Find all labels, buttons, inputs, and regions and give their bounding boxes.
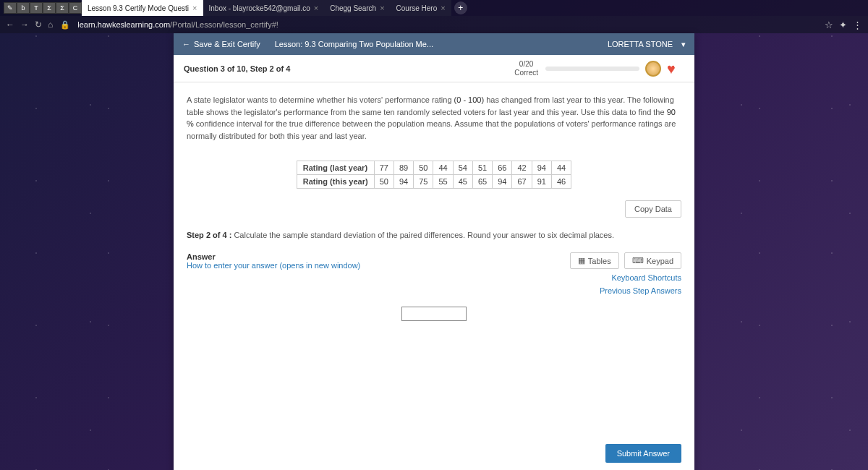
forward-icon[interactable]: → (20, 20, 29, 30)
extension-icon[interactable]: ✦ (839, 20, 847, 30)
table-icon: ▦ (578, 256, 585, 265)
home-icon[interactable]: ⌂ (48, 20, 53, 30)
question-title: Question 3 of 10, Step 2 of 4 (184, 64, 290, 73)
pinned-tab[interactable]: ✎ (4, 2, 17, 14)
browser-tab-bar: ✎ b T Σ Σ C Lesson 9.3 Certify Mode Ques… (0, 0, 868, 16)
lesson-header: ← Save & Exit Certify Lesson: 9.3 Compar… (174, 33, 694, 55)
answer-label: Answer (187, 252, 360, 261)
close-icon[interactable]: × (192, 4, 197, 12)
save-exit-button[interactable]: ← Save & Exit Certify (174, 40, 269, 48)
url-display[interactable]: learn.hawkeslearning.com/Portal/Lesson/l… (77, 20, 278, 29)
keypad-icon: ⌨ (632, 256, 644, 265)
table-row: Rating (last year) 77 89 50 44 54 51 66 … (297, 161, 571, 175)
question-bar: Question 3 of 10, Step 2 of 4 0/20 Corre… (174, 55, 694, 82)
submit-button[interactable]: Submit Answer (605, 444, 681, 463)
user-menu[interactable]: LORETTA STONE (599, 40, 694, 48)
close-icon[interactable]: × (314, 4, 318, 12)
tab-label: Course Hero (396, 4, 438, 12)
address-bar: ← → ↻ ⌂ 🔒 learn.hawkeslearning.com/Porta… (0, 16, 868, 33)
back-arrow-icon: ← (182, 40, 190, 48)
data-table: Rating (last year) 77 89 50 44 54 51 66 … (297, 161, 571, 189)
menu-icon[interactable]: ⋮ (853, 20, 862, 30)
tab-label: Inbox - blayrocke542@gmail.co (209, 4, 310, 12)
previous-answers-link[interactable]: Previous Step Answers (567, 286, 681, 295)
new-tab-button[interactable]: + (454, 1, 467, 14)
tab-label: Chegg Search (330, 4, 376, 12)
reload-icon[interactable]: ↻ (35, 20, 42, 30)
question-text: A state legislator wants to determine wh… (174, 82, 694, 150)
pinned-tab[interactable]: Σ (56, 2, 69, 14)
keyboard-shortcuts-link[interactable]: Keyboard Shortcuts (567, 273, 681, 282)
tab-lesson[interactable]: Lesson 9.3 Certify Mode Questi × (82, 0, 203, 16)
copy-data-button[interactable]: Copy Data (625, 200, 681, 218)
pinned-tab[interactable]: Σ (43, 2, 56, 14)
table-row: Rating (this year) 50 94 75 55 45 65 94 … (297, 175, 571, 189)
pinned-tab[interactable]: C (69, 2, 82, 14)
tab-label: Lesson 9.3 Certify Mode Questi (88, 4, 189, 12)
close-icon[interactable]: × (380, 4, 384, 12)
keypad-button[interactable]: ⌨ Keypad (624, 252, 681, 269)
score-display: 0/20 Correct (514, 60, 545, 77)
lesson-panel: ← Save & Exit Certify Lesson: 9.3 Compar… (174, 33, 694, 470)
lock-icon[interactable]: 🔒 (60, 20, 70, 30)
star-icon[interactable]: ☆ (825, 20, 833, 30)
answer-input-area (174, 298, 694, 437)
answer-input[interactable] (401, 307, 467, 321)
lives-indicator: ♥ 1 (667, 61, 684, 77)
close-icon[interactable]: × (441, 4, 445, 12)
tab-chegg[interactable]: Chegg Search × (324, 0, 390, 16)
tab-coursehero[interactable]: Course Hero × (391, 0, 451, 16)
pinned-tabs: ✎ b T Σ Σ C (4, 2, 82, 14)
tab-inbox[interactable]: Inbox - blayrocke542@gmail.co × (203, 0, 325, 16)
medal-icon (645, 61, 661, 77)
progress-bar (545, 67, 639, 71)
tables-button[interactable]: ▦ Tables (570, 252, 619, 269)
pinned-tab[interactable]: b (17, 2, 30, 14)
back-icon[interactable]: ← (6, 20, 14, 30)
answer-help-link[interactable]: How to enter your answer (opens in new w… (187, 261, 360, 270)
pinned-tab[interactable]: T (30, 2, 43, 14)
lesson-title: Lesson: 9.3 Comparing Two Population Me.… (269, 40, 439, 48)
step-instruction: Step 2 of 4 : Calculate the sample stand… (174, 218, 694, 247)
answer-section: Answer How to enter your answer (opens i… (174, 247, 694, 298)
